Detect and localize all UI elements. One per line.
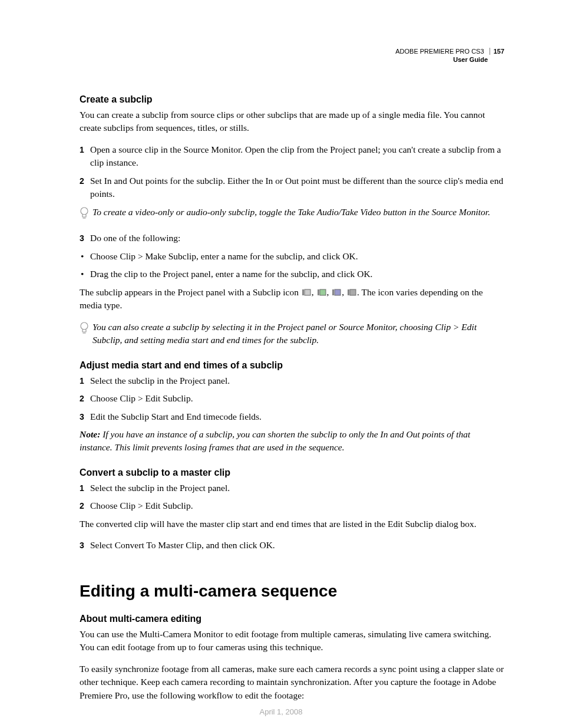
svg-point-10 [81, 322, 88, 330]
product-name: ADOBE PREMIERE PRO CS3 [395, 48, 484, 55]
body-text: You can create a subclip from source cli… [80, 108, 504, 135]
body-text: You can use the Multi-Camera Monitor to … [80, 628, 504, 654]
tip: To create a video-only or audio-only sub… [80, 206, 504, 223]
lightbulb-icon [80, 206, 92, 223]
guide-label: User Guide [395, 55, 488, 64]
section-heading-multicam: Editing a multi-camera sequence [80, 582, 504, 601]
body-text: To easily synchronize footage from all c… [80, 663, 504, 702]
bullet-item: •Choose Clip > Make Subclip, enter a nam… [80, 250, 504, 263]
svg-rect-7 [335, 289, 340, 295]
subclip-icon [332, 287, 341, 295]
heading-about-multicam: About multi-camera editing [80, 614, 504, 624]
subclip-icon [302, 287, 311, 295]
step-1: 1Select the subclip in the Project panel… [80, 482, 504, 495]
step-1: 1Open a source clip in the Source Monito… [80, 143, 504, 170]
svg-rect-5 [320, 289, 326, 295]
bullet-item: •Drag the clip to the Project panel, ent… [80, 268, 504, 281]
content: Create a subclip You can create a subcli… [80, 94, 504, 702]
subclip-icon [317, 287, 326, 295]
tip: You can also create a subclip by selecti… [80, 321, 504, 347]
heading-convert-master: Convert a subclip to a master clip [80, 467, 504, 478]
svg-rect-4 [318, 289, 319, 295]
step-3: 3Edit the Subclip Start and End timecode… [80, 410, 504, 423]
svg-rect-9 [350, 289, 356, 295]
svg-rect-2 [302, 289, 304, 295]
step-2: 2Choose Clip > Edit Subclip. [80, 392, 504, 405]
heading-adjust-times: Adjust media start and end times of a su… [80, 360, 504, 371]
step-2: 2Set In and Out points for the subclip. … [80, 174, 504, 201]
svg-rect-6 [332, 289, 334, 295]
heading-create-subclip: Create a subclip [80, 94, 504, 105]
body-text: The converted clip will have the master … [80, 518, 504, 531]
step-3: 3Do one of the following: [80, 232, 504, 245]
svg-rect-8 [348, 289, 349, 295]
page-header: ADOBE PREMIERE PRO CS3 157 User Guide [395, 47, 504, 64]
step-1: 1Select the subclip in the Project panel… [80, 374, 504, 387]
lightbulb-icon [80, 321, 92, 347]
note: Note: If you have an instance of a subcl… [80, 428, 504, 454]
svg-rect-3 [305, 289, 310, 295]
step-3: 3Select Convert To Master Clip, and then… [80, 539, 504, 552]
step-2: 2Choose Clip > Edit Subclip. [80, 499, 504, 512]
svg-point-0 [81, 207, 88, 215]
page: ADOBE PREMIERE PRO CS3 157 User Guide Cr… [0, 0, 562, 728]
body-text: The subclip appears in the Project panel… [80, 286, 504, 312]
page-number: 157 [490, 48, 504, 55]
subclip-icon [347, 287, 356, 295]
footer-date: April 1, 2008 [0, 707, 562, 716]
